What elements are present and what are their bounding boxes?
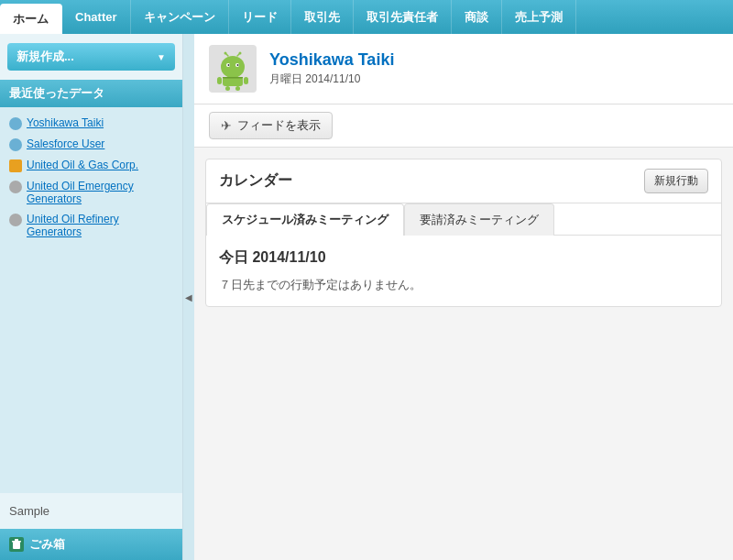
sidebar-link-label: United Oil Refinery Generators [27,213,173,238]
sidebar-link-label: Salesforce User [27,137,104,150]
list-item[interactable]: United Oil & Gas Corp. [0,155,182,176]
svg-rect-16 [225,86,230,91]
feed-icon: ✈ [221,118,232,133]
calendar-tabs: スケジュール済みミーティング 要請済みミーティング [206,203,721,236]
top-nav: ホーム Chatter キャンペーン リード 取引先 取引先責任者 商談 売上予… [0,0,733,34]
trash-section: ごみ箱 [0,529,182,560]
svg-rect-18 [223,77,243,79]
feed-bar: ✈ フィードを表示 [194,104,733,148]
collapse-sidebar-arrow[interactable]: ◀ [183,34,194,560]
nav-tab-lead[interactable]: リード [229,0,291,34]
list-item[interactable]: Salesforce User [0,134,182,155]
calendar-title: カレンダー [219,171,292,191]
nav-tab-forecast[interactable]: 売上予測 [502,0,576,34]
nav-tab-contact[interactable]: 取引先責任者 [354,0,452,34]
svg-point-4 [221,56,245,78]
new-create-label: 新規作成... [16,49,74,65]
main-layout: 新規作成... ▼ 最近使ったデータ Yoshikawa Taiki Sales… [0,34,733,560]
trash-label: ごみ箱 [29,536,65,553]
svg-rect-2 [15,539,18,541]
new-create-arrow-icon: ▼ [157,52,166,62]
new-create-button[interactable]: 新規作成... ▼ [7,43,175,71]
sidebar: 新規作成... ▼ 最近使ったデータ Yoshikawa Taiki Sales… [0,34,183,560]
svg-rect-14 [217,77,222,84]
list-item[interactable]: United Oil Refinery Generators [0,209,182,242]
list-item[interactable]: Yoshikawa Taiki [0,113,182,134]
profile-name[interactable]: Yoshikawa Taiki [269,50,394,70]
svg-point-8 [237,64,239,66]
calendar-today-label: 今日 2014/11/10 [219,248,708,268]
nav-tab-home[interactable]: ホーム [0,4,62,34]
user-icon [9,117,22,130]
svg-rect-1 [12,541,21,543]
profile-date: 月曜日 2014/11/10 [269,71,394,87]
svg-point-11 [224,52,227,55]
svg-rect-15 [244,77,248,84]
sidebar-link-label: Yoshikawa Taiki [27,116,104,129]
feed-display-button[interactable]: ✈ フィードを表示 [209,112,333,139]
tab-requested-meetings[interactable]: 要請済みミーティング [404,203,554,236]
user-icon [9,138,22,151]
tab-scheduled-meetings[interactable]: スケジュール済みミーティング [206,203,404,236]
profile-info: Yoshikawa Taiki 月曜日 2014/11/10 [269,50,394,87]
avatar [209,45,257,93]
calendar-empty-message: ７日先までの行動予定はありません。 [219,277,708,293]
sidebar-link-label: United Oil Emergency Generators [27,180,173,205]
gear-icon [9,181,22,193]
feed-button-label: フィードを表示 [237,117,321,134]
svg-rect-0 [13,542,20,549]
content-area: Yoshikawa Taiki 月曜日 2014/11/10 ✈ フィードを表示… [194,34,733,560]
calendar-section: カレンダー 新規行動 スケジュール済みミーティング 要請済みミーティング 今日 … [205,159,722,307]
list-item[interactable]: United Oil Emergency Generators [0,176,182,209]
new-action-button[interactable]: 新規行動 [644,169,708,193]
nav-tab-campaign[interactable]: キャンペーン [131,0,229,34]
sidebar-links: Yoshikawa Taiki Salesforce User United O… [0,107,182,493]
recent-data-title: 最近使ったデータ [0,80,182,107]
company-icon [9,159,22,172]
sample-label: Sample [0,493,182,529]
sidebar-link-label: United Oil & Gas Corp. [27,159,138,171]
nav-tab-account[interactable]: 取引先 [291,0,354,34]
svg-point-7 [228,64,230,66]
profile-header: Yoshikawa Taiki 月曜日 2014/11/10 [194,34,733,104]
svg-rect-17 [235,86,240,91]
svg-point-12 [239,52,242,55]
nav-tab-deal[interactable]: 商談 [452,0,502,34]
calendar-header: カレンダー 新規行動 [206,159,721,203]
new-button-wrap: 新規作成... ▼ [0,34,182,80]
gear-icon [9,214,22,226]
nav-tab-chatter[interactable]: Chatter [62,0,131,34]
trash-icon [9,537,24,552]
calendar-content: 今日 2014/11/10 ７日先までの行動予定はありません。 [206,236,721,306]
